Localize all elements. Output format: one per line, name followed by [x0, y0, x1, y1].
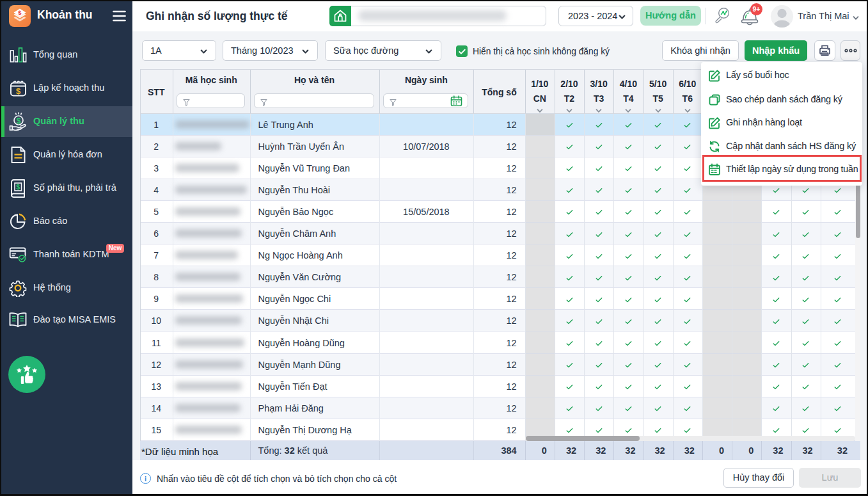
svg-text:$: $	[16, 182, 20, 190]
svg-text:$: $	[17, 116, 21, 125]
svg-text:$: $	[18, 9, 22, 16]
svg-text:$: $	[15, 86, 20, 96]
